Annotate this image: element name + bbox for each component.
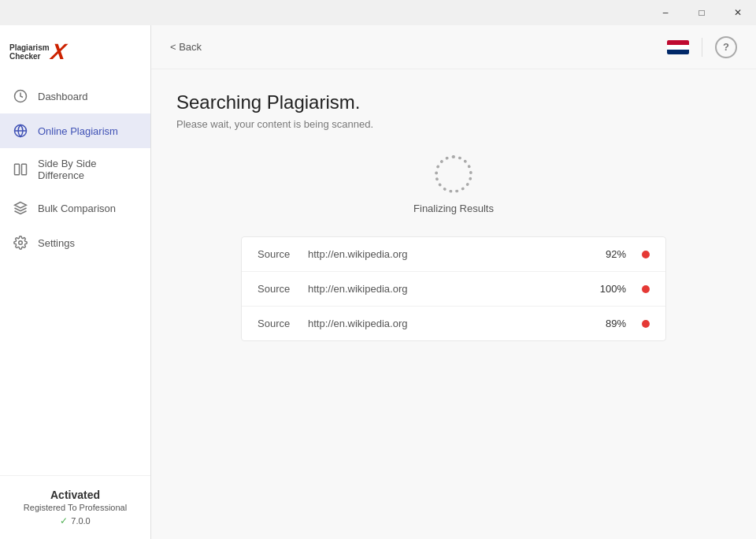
close-button[interactable]: ✕ xyxy=(720,0,756,25)
check-icon: ✓ xyxy=(60,515,68,526)
result-url-2: http://en.wikipedia.org xyxy=(308,318,596,329)
sidebar-item-online-plagiarism-label: Online Plagiarism xyxy=(38,125,118,137)
title-bar: – □ ✕ xyxy=(0,0,756,25)
top-bar: < Back ? xyxy=(151,25,756,69)
spinner-label: Finalizing Results xyxy=(413,203,494,214)
results-table: Source http://en.wikipedia.org 92% Sourc… xyxy=(241,236,666,341)
result-dot-1 xyxy=(642,285,650,293)
sidebar: Plagiarism Checker X Dashboard xyxy=(0,25,151,539)
logo-checker: Checker xyxy=(9,52,50,61)
plan-text: Registered To Professional xyxy=(13,503,138,512)
logo: Plagiarism Checker X xyxy=(9,39,65,65)
language-flag-icon[interactable] xyxy=(667,40,689,54)
sidebar-item-dashboard[interactable]: Dashboard xyxy=(0,79,150,113)
sidebar-item-settings-label: Settings xyxy=(38,237,75,249)
back-label: < Back xyxy=(170,41,202,53)
result-dot-2 xyxy=(642,320,650,328)
result-row: Source http://en.wikipedia.org 92% xyxy=(242,237,665,272)
help-label: ? xyxy=(723,41,729,53)
sidebar-item-bulk-comparison-label: Bulk Comparison xyxy=(38,203,116,214)
result-percent-0: 92% xyxy=(606,248,626,260)
back-button[interactable]: < Back xyxy=(170,41,202,53)
top-bar-divider xyxy=(702,38,702,57)
result-row: Source http://en.wikipedia.org 100% xyxy=(242,272,665,307)
svg-point-6 xyxy=(19,241,23,245)
loading-spinner xyxy=(435,155,472,193)
result-url-1: http://en.wikipedia.org xyxy=(308,283,591,295)
content-area: Searching Plagiarism. Please wait, your … xyxy=(151,69,756,539)
globe-icon xyxy=(13,123,28,139)
maximize-button[interactable]: □ xyxy=(684,0,720,25)
result-percent-2: 89% xyxy=(606,318,626,329)
sidebar-item-bulk-comparison[interactable]: Bulk Comparison xyxy=(0,191,150,225)
result-label-0: Source xyxy=(258,248,298,260)
result-dot-0 xyxy=(642,251,650,258)
svg-rect-4 xyxy=(22,164,27,175)
main-content: < Back ? Searching Plagiarism. Please wa… xyxy=(151,25,756,539)
result-percent-1: 100% xyxy=(600,283,626,295)
version-display: ✓ 7.0.0 xyxy=(13,515,138,526)
sidebar-item-settings[interactable]: Settings xyxy=(0,225,150,260)
sidebar-footer: Activated Registered To Professional ✓ 7… xyxy=(0,475,150,539)
gear-icon xyxy=(13,235,28,251)
sidebar-item-online-plagiarism[interactable]: Online Plagiarism xyxy=(0,113,150,148)
minimize-button[interactable]: – xyxy=(647,0,684,25)
logo-area: Plagiarism Checker X xyxy=(0,25,150,72)
page-subtitle: Please wait, your content is being scann… xyxy=(176,118,731,130)
page-title: Searching Plagiarism. xyxy=(176,91,731,113)
svg-rect-3 xyxy=(15,164,20,175)
spinner-section: Finalizing Results xyxy=(176,155,731,214)
logo-x: X xyxy=(49,39,67,65)
sidebar-item-dashboard-label: Dashboard xyxy=(38,91,88,102)
sidebar-nav: Dashboard Online Plagiarism xyxy=(0,72,150,475)
result-label-1: Source xyxy=(258,283,298,295)
result-row: Source http://en.wikipedia.org 89% xyxy=(242,307,665,340)
layers-icon xyxy=(13,200,28,216)
result-label-2: Source xyxy=(258,318,298,329)
sidebar-item-side-by-side[interactable]: Side By Side Difference xyxy=(0,148,150,191)
version-number: 7.0.0 xyxy=(71,516,90,526)
top-bar-right: ? xyxy=(667,36,737,58)
activation-status: Activated xyxy=(13,489,138,501)
logo-plagiarism: Plagiarism xyxy=(9,43,50,52)
file-diff-icon xyxy=(13,162,28,177)
help-button[interactable]: ? xyxy=(715,36,737,58)
gauge-icon xyxy=(13,88,28,104)
result-url-0: http://en.wikipedia.org xyxy=(308,248,596,260)
sidebar-item-side-by-side-label: Side By Side Difference xyxy=(38,158,138,181)
svg-marker-5 xyxy=(15,203,27,209)
app-container: Plagiarism Checker X Dashboard xyxy=(0,25,756,539)
